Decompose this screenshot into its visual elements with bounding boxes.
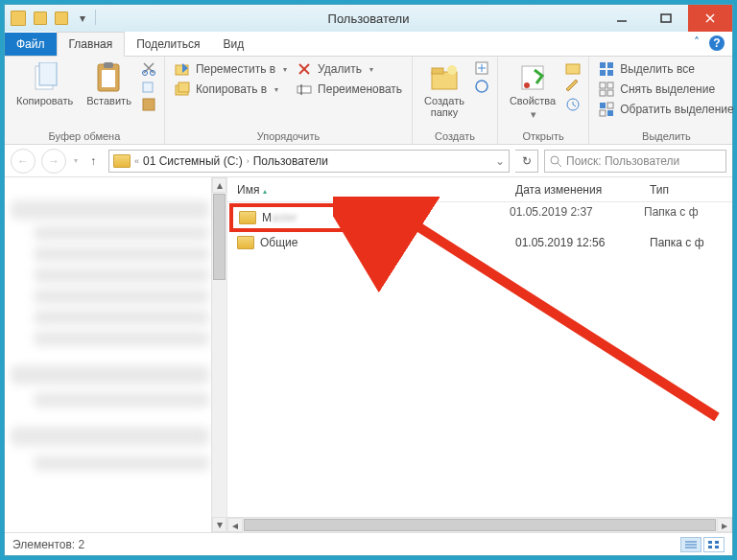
address-dropdown-icon[interactable]: ⌄ [495,154,505,168]
svg-rect-51 [715,541,719,544]
table-row[interactable]: Master [231,205,394,230]
open-icon[interactable] [565,60,581,76]
new-item-icon[interactable] [474,60,489,76]
svg-rect-18 [297,86,311,93]
app-icon [11,11,26,26]
svg-point-22 [447,65,457,75]
svg-rect-1 [661,14,671,22]
svg-rect-33 [600,70,606,76]
icons-view-button[interactable] [703,537,725,552]
qat-item[interactable] [53,10,70,27]
properties-button[interactable]: Свойства▾ [506,60,559,122]
ribbon-tabs: Файл Главная Поделиться Вид ˄ ? [5,32,732,57]
move-to-button[interactable]: Переместить в▾ [173,60,289,78]
svg-rect-39 [600,103,606,108]
new-folder-button[interactable]: Создать папку [420,60,468,120]
refresh-button[interactable]: ↻ [515,150,538,173]
svg-rect-31 [600,62,606,68]
maximize-button[interactable] [644,5,688,32]
folder-icon [239,211,256,224]
svg-rect-7 [102,70,115,87]
search-input[interactable]: Поиск: Пользователи [544,150,726,173]
svg-rect-29 [566,64,580,74]
minimize-button[interactable] [600,5,644,32]
svg-rect-15 [178,82,189,92]
svg-rect-21 [432,68,443,74]
svg-rect-38 [607,90,613,96]
breadcrumb[interactable]: Пользователи [253,154,328,168]
group-new: Создать папку Создать [413,57,498,144]
navigation-bar: ← → ▾ ↑ « 01 Системный (C:) › Пользовате… [5,145,732,177]
tab-view[interactable]: Вид [211,33,255,56]
sidebar-scrollbar[interactable]: ▴ ▾ [211,177,226,532]
address-bar[interactable]: « 01 Системный (C:) › Пользователи ⌄ [108,150,510,173]
help-icon[interactable]: ? [709,35,725,51]
delete-button[interactable]: Удалить▾ [295,60,404,78]
paste-shortcut-icon[interactable] [141,97,156,112]
search-icon [549,154,562,168]
qat-dropdown[interactable]: ▾ [74,10,91,27]
svg-rect-50 [708,541,712,544]
svg-rect-32 [607,62,613,68]
tab-share[interactable]: Поделиться [125,33,211,56]
copy-to-button[interactable]: Копировать в▾ [173,81,289,98]
back-button[interactable]: ← [11,149,36,174]
group-organize: Переместить в▾ Копировать в▾ Удалить▾ Пе… [165,57,413,144]
svg-rect-40 [607,103,613,108]
svg-point-26 [476,81,487,92]
svg-rect-37 [600,90,606,96]
cell-date: 01.05.2019 2:37 [510,205,593,219]
invert-selection-button[interactable]: Обратить выделение [597,101,736,118]
group-clipboard: Копировать Вставить Буфер обмена [5,57,165,144]
details-view-button[interactable] [680,537,701,552]
forward-button[interactable]: → [41,149,66,174]
ribbon-collapse-icon[interactable]: ˄ [694,35,700,51]
select-all-button[interactable]: Выделить все [597,60,736,78]
content-area: ▴ ▾ Имя▴ Дата изменения Тип Master 01.05… [5,177,732,532]
breadcrumb[interactable]: 01 Системный (C:) [143,154,243,168]
svg-point-43 [551,156,559,164]
title-bar: ▾ Пользователи [5,5,732,32]
svg-rect-8 [104,62,113,68]
sort-indicator-icon: ▴ [263,187,267,196]
close-button[interactable] [688,5,732,32]
svg-rect-53 [715,546,719,548]
history-icon[interactable] [565,97,581,112]
column-headers[interactable]: Имя▴ Дата изменения Тип [227,177,732,202]
navigation-pane[interactable]: ▴ ▾ [5,177,227,532]
copy-path-icon[interactable] [141,79,156,94]
easy-access-icon[interactable] [474,79,489,94]
svg-rect-5 [39,62,57,85]
ribbon: Копировать Вставить Буфер обмена Перемес… [5,57,732,145]
horizontal-scrollbar[interactable]: ◂ ▸ [227,517,732,532]
qat-item[interactable] [32,10,49,27]
svg-rect-41 [600,110,606,116]
window-title: Пользователи [328,12,410,26]
rename-button[interactable]: Переименовать [295,81,404,98]
history-dropdown[interactable]: ▾ [74,156,78,165]
cut-icon[interactable] [141,60,156,76]
cell-type: Папка с ф [644,205,699,219]
svg-line-44 [558,163,561,167]
tab-home[interactable]: Главная [57,32,126,57]
svg-rect-12 [143,99,155,110]
edit-icon[interactable] [565,79,581,94]
tab-file[interactable]: Файл [5,33,57,56]
up-button[interactable]: ↑ [83,152,103,171]
svg-rect-35 [600,82,606,88]
table-row[interactable]: Общие 01.05.2019 12:56 Папка с ф [227,230,732,255]
group-open: Свойства▾ Открыть [498,57,589,144]
copy-button[interactable]: Копировать [12,60,77,108]
svg-rect-11 [143,82,153,92]
svg-point-28 [524,82,530,88]
explorer-window: ▾ Пользователи Файл Главная Поделиться В… [4,4,733,556]
svg-rect-42 [607,110,613,116]
select-none-button[interactable]: Снять выделение [597,81,736,98]
paste-button[interactable]: Вставить [83,60,135,108]
status-text: Элементов: 2 [12,538,84,551]
file-list: Имя▴ Дата изменения Тип Master 01.05.201… [227,177,732,532]
svg-rect-34 [607,70,613,76]
group-select: Выделить все Снять выделение Обратить вы… [589,57,737,144]
svg-rect-52 [708,546,712,548]
folder-icon [237,236,254,249]
